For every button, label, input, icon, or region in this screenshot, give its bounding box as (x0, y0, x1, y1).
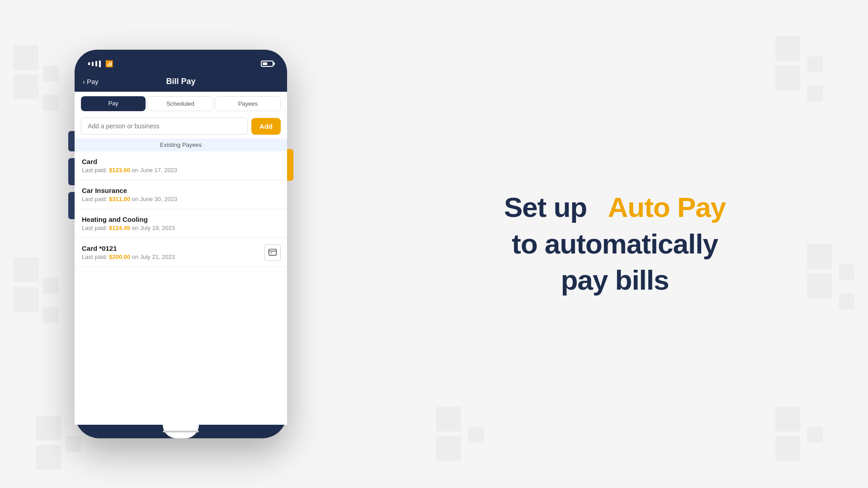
payee-name: Card *0121 (82, 244, 280, 252)
payee-list: Card Last paid: $123.00 on June 17, 2023… (75, 151, 287, 425)
signal-indicators: 📶 (88, 60, 113, 67)
home-indicator (163, 431, 199, 432)
tab-pay[interactable]: Pay (81, 96, 146, 111)
payee-name: Car Insurance (82, 187, 280, 194)
battery-fill (263, 62, 267, 65)
payee-detail: Last paid: $311.00 on June 30, 2023 (82, 196, 280, 202)
signal-bar-4 (99, 61, 101, 67)
add-button[interactable]: Add (251, 118, 281, 135)
payee-name: Card (82, 158, 280, 165)
notch (154, 50, 208, 60)
tab-scheduled[interactable]: Scheduled (147, 96, 213, 111)
payee-item-car-insurance[interactable]: Car Insurance Last paid: $311.00 on June… (75, 180, 287, 209)
payee-card-icon (264, 244, 281, 261)
battery-icon (261, 61, 274, 67)
promo-line-1: Set up Auto Pay (504, 189, 726, 226)
power-button (287, 149, 293, 181)
tab-bar: Pay Scheduled Payees (75, 92, 287, 114)
signal-bar-3 (95, 61, 97, 66)
promo-line-2: to automatically (504, 226, 726, 263)
screen-title: Bill Pay (166, 77, 195, 86)
promo-text-block: Set up Auto Pay to automatically pay bil… (504, 189, 726, 299)
silent-button (68, 131, 75, 151)
battery-indicator (261, 61, 274, 67)
phone-container: 📶 ‹ Pay Bill Pay Pay (0, 0, 362, 488)
payee-item-card-0121[interactable]: Card *0121 Last paid: $200.00 on July 21… (75, 238, 287, 267)
payee-name: Heating and Cooling (82, 216, 280, 223)
payee-detail: Last paid: $200.00 on July 21, 2023 (82, 253, 280, 260)
existing-payees-label: Existing Payees (75, 138, 287, 151)
promo-line-3: pay bills (504, 262, 726, 299)
volume-down-button (68, 192, 75, 219)
back-button[interactable]: ‹ Pay (83, 78, 99, 85)
promo-panel: Set up Auto Pay to automatically pay bil… (362, 0, 868, 488)
phone-screen: ‹ Pay Bill Pay Pay Scheduled Payees (75, 72, 287, 425)
search-row: Add (75, 114, 287, 138)
back-label: Pay (87, 78, 99, 85)
payee-detail: Last paid: $124.45 on July 19, 2023 (82, 225, 280, 231)
wifi-icon: 📶 (105, 60, 113, 67)
payee-detail: Last paid: $123.00 on June 17, 2023 (82, 167, 280, 174)
payee-item-heating-cooling[interactable]: Heating and Cooling Last paid: $124.45 o… (75, 209, 287, 238)
signal-bar-2 (92, 62, 94, 66)
nav-bar: ‹ Pay Bill Pay (75, 72, 287, 92)
payee-item-card[interactable]: Card Last paid: $123.00 on June 17, 2023 (75, 151, 287, 180)
tab-payees[interactable]: Payees (215, 96, 281, 111)
signal-bar-1 (88, 62, 90, 65)
search-input[interactable] (81, 117, 248, 135)
svg-rect-0 (269, 249, 277, 255)
volume-up-button (68, 158, 75, 185)
back-chevron-icon: ‹ (83, 78, 85, 85)
phone-bottom (163, 425, 199, 438)
phone-frame: 📶 ‹ Pay Bill Pay Pay (75, 50, 287, 438)
